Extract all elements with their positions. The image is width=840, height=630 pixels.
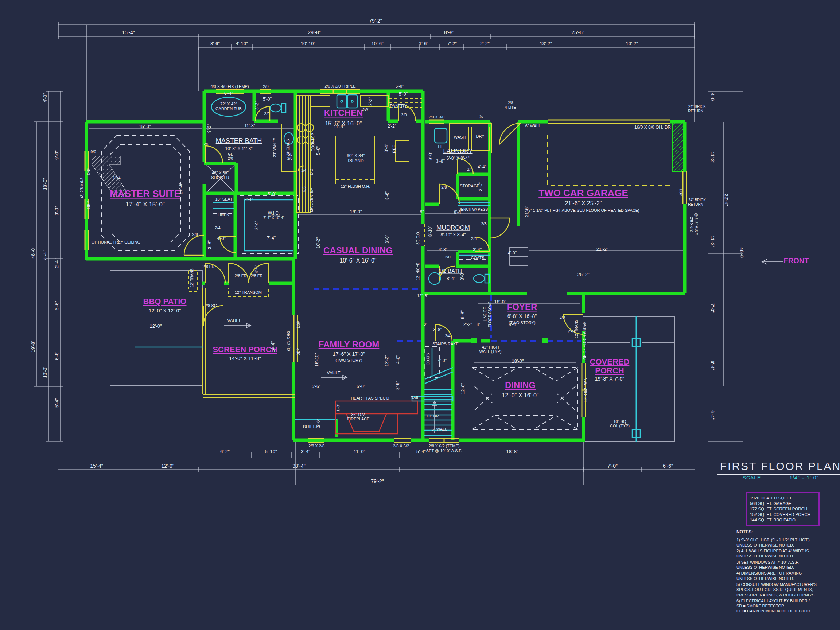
plan-text: 8'-10" X 8'-4"	[441, 232, 466, 237]
plan-text: 42" HIGH	[482, 345, 499, 349]
plan-text: RAIL	[411, 396, 419, 400]
plan-text: OPTIONAL TREY CEILING	[92, 240, 141, 244]
plan-text: 6'-4"	[710, 410, 715, 420]
plan-text: 8'-8"	[444, 30, 454, 35]
plan-text: 15'-4"	[90, 463, 103, 469]
plan-text: 12'-0" X 16'-0"	[502, 392, 538, 398]
room-label-screen-porch: SCREEN PORCH	[213, 345, 277, 354]
room-label-foyer: FOYER	[507, 302, 537, 312]
half-bath-sink	[429, 273, 441, 284]
note-item: 5) CONSULT WINDOW MANUFACTURER'S SPECS. …	[736, 582, 840, 598]
wic-rod	[244, 200, 294, 251]
room-label-master-bath: MASTER BATH	[216, 137, 262, 144]
plan-text: MAIL CENTER	[309, 188, 314, 212]
plan-text: PORCH	[595, 366, 624, 375]
plan-text: 2/4	[471, 236, 477, 241]
plan-text: 3/0 C.O.	[416, 231, 420, 244]
plan-text: 6'-2"	[220, 449, 230, 454]
plan-text: DBP	[679, 189, 683, 196]
plan-text: 36" D.V.	[351, 412, 366, 417]
scale-label: SCALE: ------------1/4" = 1'-0"	[717, 475, 840, 480]
plan-text: GL	[228, 152, 233, 156]
plan-text: 22'-4"	[724, 194, 729, 206]
plan-text: 4'-8"	[439, 247, 447, 252]
plan-text: FIREPLACE	[347, 417, 369, 421]
plan-text: WALL (TYP)	[479, 349, 502, 354]
plan-text: 2'-4"	[244, 197, 253, 202]
laundry-tub	[434, 128, 447, 143]
plan-text: 3'-2"	[254, 101, 260, 110]
plan-text: 12" TRANSOM	[235, 290, 262, 295]
dryer	[472, 127, 489, 150]
room-label-kitchen: KITCHEN	[324, 108, 363, 118]
refrigerator	[396, 141, 409, 161]
note-item: 6) ELECTRICAL LAYOUT BY BUILDER / SD = S…	[736, 598, 840, 614]
plan-text: RETURN	[688, 202, 703, 206]
dim-bottom-overall: 79'-2"	[371, 478, 384, 484]
notes-title: NOTES:	[736, 529, 840, 535]
plan-text: 10'-2"	[625, 41, 638, 46]
plan-text: UP BR	[426, 414, 439, 418]
plan-text: 12" NICHE	[416, 262, 420, 280]
plan-text: 8"	[425, 294, 428, 298]
plan-text: 5'-0"	[263, 96, 272, 102]
plan-text: 24" BRICK	[688, 198, 706, 202]
front-label: FRONT	[784, 257, 809, 265]
plan-text: 12'-0"	[461, 383, 466, 395]
plan-text: 4-LITE	[505, 105, 516, 109]
plan-text: 8'-4"	[447, 276, 455, 281]
room-label-casual-dining: CASUAL DINING	[324, 245, 393, 255]
plan-text: 2/8 X 2/8	[308, 444, 324, 448]
plan-text: 4'-0"	[508, 251, 516, 256]
plan-text: VAULT	[227, 318, 242, 324]
plan-text: 8'-4"	[454, 210, 463, 215]
front-arrow	[762, 259, 783, 264]
plan-text: (7'-1 1/2" PLT HGT ABOVE SUB FLOOR OF HE…	[527, 208, 639, 213]
plan-text: 2/8 FR	[251, 273, 262, 278]
plan-text: 2/4	[445, 333, 450, 338]
plan-text: 14'-0" X 11'-8"	[229, 355, 261, 361]
plan-text: 7'-0"	[710, 303, 715, 313]
window-lines	[85, 90, 687, 442]
plan-text: 18'-0"	[494, 299, 507, 305]
plan-text: 29'-8"	[308, 30, 321, 35]
room-label-garage: TWO CAR GARAGE	[538, 187, 628, 198]
plan-text: 4'-0"	[396, 355, 401, 364]
cased-opening	[421, 224, 425, 246]
plan-text: 4'-0"	[438, 358, 447, 363]
plan-text: 25'-6"	[571, 30, 584, 35]
plan-text: DBP	[297, 321, 300, 328]
plan-text: 7'-2"	[447, 41, 457, 46]
plan-text-layer: 79'-2"15'-4"29'-8"8'-8"25'-6"3'-6"4'-10"…	[30, 18, 808, 484]
windows-and-millwork	[85, 90, 687, 442]
plan-text: 25'-2"	[577, 272, 589, 277]
plan-text: COATS	[426, 353, 430, 365]
plan-text: 5'-4"	[416, 449, 426, 454]
plan-text: COATS	[471, 256, 484, 260]
plan-text: 4'-0"	[710, 93, 715, 103]
plan-text: 2'-0"	[478, 182, 483, 191]
plan-text: 3'-0"	[460, 272, 465, 280]
plan-text: SET @ 10'-0" A.S.F.	[426, 448, 462, 453]
plan-text: 5'-0"	[396, 84, 404, 88]
plan-text: DBP	[87, 201, 91, 208]
room-label-wic: W.I.C.	[268, 211, 280, 216]
plan-text: 2/8	[192, 232, 197, 237]
plan-text: 7'-0"	[607, 463, 617, 469]
plan-text: 2/0 X 3/0	[428, 115, 444, 119]
note-item: 2) ALL WALLS FIGURED AT 4" WIDTHS UNLESS…	[736, 548, 840, 559]
plan-text: 8'-4"	[508, 322, 517, 327]
plan-text: 5'-6"	[316, 146, 321, 155]
plan-text: 2/8 X 6/2 (TEMP)	[429, 444, 460, 448]
plan-text: 11'-0"	[354, 449, 366, 454]
plan-text: 9'-0"	[428, 152, 433, 160]
plan-text: 8"	[424, 322, 427, 326]
plan-text: 18'-0"	[42, 178, 48, 190]
plan-text: 2/8 FR	[202, 264, 215, 269]
plan-text: 6'-0"	[357, 384, 365, 389]
brick-return-pier	[673, 123, 685, 171]
plan-text: 5'-10"	[265, 449, 277, 454]
plan-text: VAULT	[327, 370, 341, 376]
room-label-bbq-patio: BBQ PATIO	[143, 297, 187, 306]
plan-text: 12'-0"	[161, 463, 174, 469]
